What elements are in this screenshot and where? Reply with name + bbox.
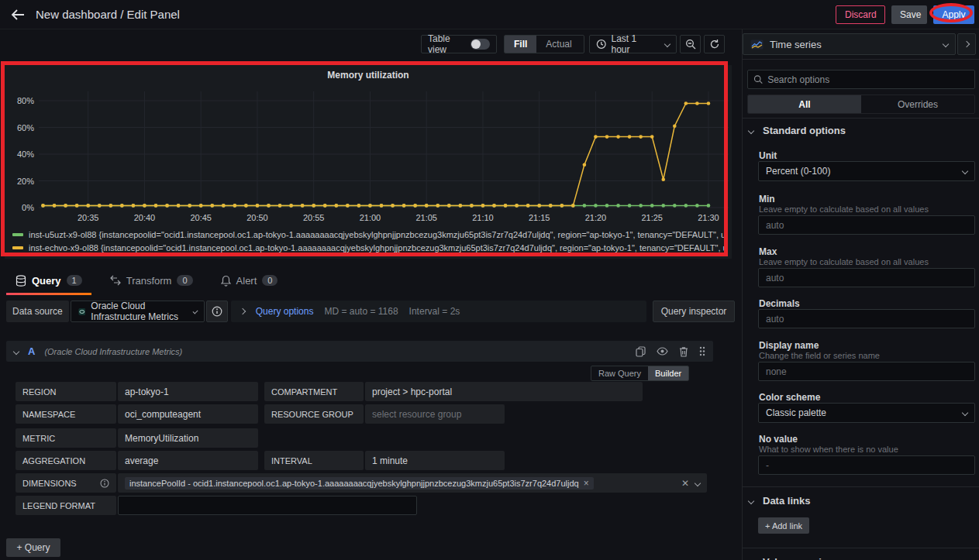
divider (743, 59, 979, 60)
namespace-value[interactable]: oci_computeagent (118, 404, 258, 424)
svg-text:21:15: 21:15 (529, 213, 550, 222)
dimensions-label-text: DIMENSIONS (22, 479, 77, 488)
svg-text:80%: 80% (17, 96, 34, 105)
aggregation-value[interactable]: average (118, 451, 258, 470)
chevron-down-icon (962, 410, 968, 416)
datasource-select[interactable]: Oracle Cloud Infrastructure Metrics (71, 301, 205, 322)
dimension-tag: instancePoolId - ocid1.instancepool.oc1.… (125, 477, 594, 490)
tab-alert[interactable]: Alert 0 (221, 270, 278, 291)
legend-item[interactable]: inst-echvo-x9-ol88 {instancepoolid="ocid… (12, 241, 727, 254)
duplicate-query-button[interactable] (636, 346, 646, 357)
hide-query-button[interactable] (657, 347, 668, 356)
min-label: Min (759, 194, 775, 204)
query-row-actions (636, 346, 705, 357)
region-value[interactable]: ap-tokyo-1 (118, 382, 258, 401)
datasource-help-button[interactable] (206, 301, 228, 322)
database-icon (16, 275, 26, 287)
legend-item[interactable]: inst-u5uzt-x9-ol88 {instancepoolid="ocid… (12, 228, 727, 241)
remove-tag-icon[interactable]: × (584, 479, 589, 488)
value-mappings-header[interactable]: Value mappings (749, 556, 839, 560)
color-scheme-select[interactable]: Classic palette (758, 403, 975, 423)
time-series-chart[interactable]: 0%20%40%60%80%20:3520:4020:4520:5020:552… (11, 84, 733, 228)
search-icon (753, 74, 763, 84)
drag-handle[interactable] (699, 346, 705, 356)
display-name-label: Display name (759, 340, 819, 351)
section-title: Data links (763, 495, 810, 507)
search-options-input[interactable] (767, 74, 969, 85)
apply-button[interactable]: Apply (933, 5, 974, 24)
delete-query-button[interactable] (679, 346, 688, 357)
compartment-value[interactable]: project > hpc-portal (365, 382, 643, 401)
decimals-input[interactable] (758, 309, 975, 328)
tab-count-badge: 0 (177, 275, 192, 286)
display-name-input[interactable] (758, 362, 975, 381)
discard-button[interactable]: Discard (836, 5, 885, 24)
add-link-label: Add link (772, 521, 802, 531)
grip-dots-icon (699, 346, 705, 356)
display-name-description: Change the field or series name (759, 351, 880, 360)
query-options-link[interactable]: Query options (256, 306, 314, 317)
unit-label: Unit (759, 150, 777, 161)
save-button[interactable]: Save (891, 5, 927, 24)
table-view-switch[interactable] (471, 39, 490, 50)
tab-all[interactable]: All (748, 95, 861, 113)
zoom-out-button[interactable] (680, 35, 701, 53)
metric-value[interactable]: MemoryUtilization (118, 428, 258, 448)
dimensions-field[interactable]: instancePoolId - ocid1.instancepool.oc1.… (118, 473, 707, 493)
tab-transform[interactable]: Transform 0 (110, 270, 193, 291)
svg-text:20:45: 20:45 (190, 213, 212, 222)
raw-query-option[interactable]: Raw Query (591, 366, 648, 380)
info-circle-icon (212, 306, 222, 317)
tab-label: Transform (126, 275, 172, 287)
raw-builder-toggle: Raw Query Builder (591, 366, 689, 381)
tab-query[interactable]: Query 1 (16, 270, 82, 291)
dimensions-label: DIMENSIONS (16, 473, 116, 493)
resource-group-value[interactable]: select resource group (365, 404, 505, 424)
options-tabs: All Overrides (747, 94, 975, 114)
standard-options-header[interactable]: Standard options (749, 125, 846, 136)
datasource-row: Data source Oracle Cloud Infrastructure … (6, 301, 735, 322)
unit-select[interactable]: Percent (0-100) (758, 161, 975, 181)
actual-option[interactable]: Actual (536, 36, 581, 53)
tab-label: Alert (236, 275, 257, 287)
max-description: Leave empty to calculate based on all va… (759, 257, 929, 266)
back-arrow-icon[interactable] (8, 5, 28, 26)
tab-overrides[interactable]: Overrides (861, 95, 974, 113)
collapse-options-button[interactable] (957, 33, 976, 55)
clear-icon[interactable]: ✕ (681, 479, 689, 488)
section-title: Standard options (763, 125, 846, 136)
time-range-label: Last 1 hour (611, 33, 656, 55)
svg-text:40%: 40% (17, 149, 34, 159)
panel-options-sidebar: Time series All Overrides Standard optio… (742, 29, 979, 560)
section-title: Value mappings (763, 556, 839, 560)
add-link-button[interactable]: + Add link (758, 517, 809, 534)
legend-swatch (12, 233, 23, 236)
no-value-input[interactable] (758, 455, 975, 475)
svg-text:21:25: 21:25 (641, 213, 663, 222)
max-input[interactable] (758, 268, 975, 287)
min-input[interactable] (758, 215, 975, 235)
legend-format-input[interactable] (118, 496, 417, 515)
chevron-down-icon (943, 41, 949, 47)
query-inspector-button[interactable]: Query inspector (653, 301, 735, 322)
compartment-label: COMPARTMENT (264, 382, 364, 401)
chevron-right-icon (963, 41, 970, 47)
interval-value[interactable]: 1 minute (365, 451, 505, 470)
svg-text:20:55: 20:55 (303, 213, 325, 222)
svg-text:21:30: 21:30 (698, 213, 719, 222)
add-query-button[interactable]: + Query (6, 538, 60, 557)
chevron-down-icon (192, 308, 198, 314)
visualization-select[interactable]: Time series (743, 33, 956, 55)
chevron-down-icon (748, 127, 754, 133)
svg-text:60%: 60% (17, 123, 34, 132)
svg-text:21:10: 21:10 (472, 213, 494, 222)
builder-option[interactable]: Builder (648, 366, 688, 380)
time-range-picker[interactable]: Last 1 hour (589, 35, 677, 53)
refresh-button[interactable] (704, 35, 725, 53)
svg-text:20:50: 20:50 (246, 213, 268, 222)
data-links-header[interactable]: Data links (749, 495, 810, 507)
query-row-header[interactable]: A (Oracle Cloud Infrastructure Metrics) (6, 341, 713, 362)
fill-option[interactable]: Fill (505, 36, 536, 53)
top-header: New dashboard / Edit Panel Discard Save … (0, 0, 979, 29)
info-circle-icon[interactable] (100, 479, 109, 488)
